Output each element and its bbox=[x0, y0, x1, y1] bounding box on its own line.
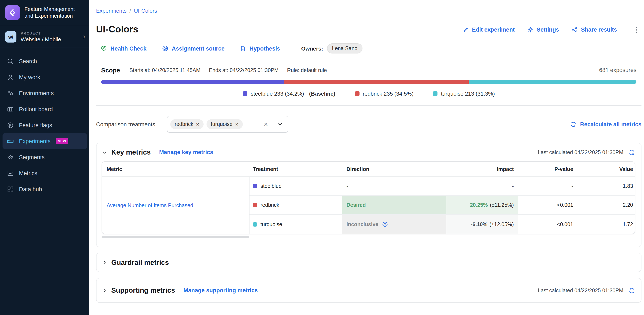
question-circle-icon[interactable] bbox=[382, 221, 388, 227]
table-header-row: Metric Treatment Direction Impact P-valu… bbox=[102, 162, 635, 177]
close-icon[interactable]: ✕ bbox=[196, 122, 200, 127]
sidebar-item-label: Rollout board bbox=[19, 106, 53, 112]
supporting-metrics-title: Supporting metrics bbox=[111, 286, 175, 294]
sidebar-item-experiments[interactable]: Experiments NEW bbox=[2, 133, 87, 149]
key-metrics-title: Key metrics bbox=[111, 148, 151, 156]
breadcrumb-ui-colors[interactable]: UI-Colors bbox=[134, 7, 157, 14]
baseline-tag: (Baseline) bbox=[309, 90, 335, 97]
collapse-chevron-down-icon[interactable] bbox=[102, 149, 108, 155]
legend-item-turquoise: turquoise 213 (31.3%) bbox=[433, 90, 495, 97]
chip-redbrick[interactable]: redbrick ✕ bbox=[170, 119, 204, 129]
distribution-segment-redbrick bbox=[284, 80, 469, 84]
direction-cell-desired: Desired bbox=[342, 196, 446, 215]
assignment-source-link[interactable]: Assignment source bbox=[162, 45, 225, 52]
sidebar-item-search[interactable]: Search bbox=[0, 53, 89, 69]
sidebar-item-label: Feature flags bbox=[19, 122, 52, 128]
share-icon bbox=[572, 26, 578, 33]
title-actions: Edit experiment Settings Share results ⋮ bbox=[463, 25, 642, 33]
key-metrics-last-calculated: Last calculated 04/22/2025 01:30PM bbox=[538, 149, 635, 156]
breadcrumb-experiments[interactable]: Experiments bbox=[96, 7, 127, 14]
new-badge: NEW bbox=[56, 138, 68, 144]
manage-supporting-metrics-link[interactable]: Manage supporting metrics bbox=[184, 287, 258, 294]
line-chart-icon bbox=[7, 170, 14, 177]
col-header-direction: Direction bbox=[342, 166, 446, 172]
metric-link[interactable]: Average Number of Items Purchased bbox=[107, 202, 193, 208]
sidebar-item-feature-flags[interactable]: Feature flags bbox=[0, 117, 89, 133]
chip-turquoise[interactable]: turquoise ✕ bbox=[206, 119, 243, 129]
p-value-cell: <0.001 bbox=[518, 196, 576, 215]
manage-key-metrics-link[interactable]: Manage key metrics bbox=[159, 149, 213, 155]
sidebar-item-segments[interactable]: Segments bbox=[0, 149, 89, 165]
more-options-button[interactable]: ⋮ bbox=[631, 25, 642, 33]
project-kicker: PROJECT bbox=[21, 31, 61, 35]
ruler-icon bbox=[7, 137, 14, 145]
close-icon[interactable]: ✕ bbox=[235, 122, 238, 127]
health-check-link[interactable]: Health Check bbox=[100, 45, 146, 52]
project-name: Website / Mobile bbox=[21, 36, 61, 42]
heart-check-icon bbox=[100, 45, 107, 52]
scope-section: Scope Starts at: 04/20/2025 11:45AM Ends… bbox=[96, 62, 642, 106]
supporting-metrics-section: Supporting metrics Manage supporting met… bbox=[96, 278, 642, 303]
project-switcher[interactable]: w/ PROJECT Website / Mobile › bbox=[0, 26, 89, 48]
direction-cell: - bbox=[342, 177, 446, 196]
table-row-treatment: steelblue bbox=[250, 177, 342, 196]
gear-icon bbox=[527, 26, 534, 33]
distribution-legend: steelblue 233 (34.2%) (Baseline) redbric… bbox=[101, 90, 636, 97]
p-value-cell: <0.001 bbox=[518, 215, 576, 234]
col-header-impact: Impact bbox=[446, 166, 518, 172]
sidebar-item-environments[interactable]: Environments bbox=[0, 85, 89, 101]
expand-chevron-right-icon[interactable] bbox=[102, 259, 108, 265]
expand-chevron-right-icon[interactable] bbox=[102, 288, 108, 293]
distribution-segment-steelblue bbox=[101, 80, 284, 84]
hypothesis-link[interactable]: Hypothesis bbox=[240, 45, 280, 52]
sidebar-item-my-work[interactable]: My work bbox=[0, 69, 89, 85]
horizontal-scrollbar-thumb[interactable] bbox=[102, 236, 249, 238]
comparison-label: Comparison treatments bbox=[96, 121, 155, 127]
sidebar-item-rollout-board[interactable]: Rollout board bbox=[0, 101, 89, 117]
sidebar-item-metrics[interactable]: Metrics bbox=[0, 165, 89, 181]
scope-title: Scope bbox=[101, 66, 120, 74]
sidebar-item-label: Segments bbox=[19, 154, 45, 160]
sidebar-item-label: Search bbox=[19, 58, 37, 64]
sidebar-item-data-hub[interactable]: Data hub bbox=[0, 181, 89, 197]
breadcrumb-separator: / bbox=[130, 7, 131, 14]
chevron-right-icon: › bbox=[83, 32, 85, 41]
value-cell: 2.20 bbox=[576, 196, 635, 215]
legend-item-redbrick: redbrick 235 (34.5%) bbox=[355, 90, 414, 97]
clear-selection-icon[interactable]: ✕ bbox=[262, 121, 270, 127]
distribution-segment-turquoise bbox=[469, 80, 636, 84]
steelblue-swatch bbox=[253, 184, 257, 188]
settings-button[interactable]: Settings bbox=[527, 26, 559, 33]
p-value-cell: - bbox=[518, 177, 576, 196]
search-icon bbox=[7, 57, 14, 65]
redbrick-swatch bbox=[355, 91, 359, 96]
share-results-button[interactable]: Share results bbox=[572, 26, 617, 33]
scope-starts-at: Starts at: 04/20/2025 11:45AM bbox=[130, 67, 200, 73]
split-logo-icon bbox=[5, 5, 20, 20]
grid-icon bbox=[7, 186, 14, 193]
comparison-row: Comparison treatments redbrick ✕ turquoi… bbox=[96, 116, 642, 133]
col-header-value: Value bbox=[576, 166, 635, 172]
scope-ends-at: Ends at: 04/22/2025 01:30PM bbox=[209, 67, 278, 73]
recalculate-all-metrics-button[interactable]: Recalculate all metrics bbox=[570, 121, 642, 127]
hexagons-icon bbox=[7, 89, 14, 97]
refresh-icon[interactable] bbox=[628, 149, 635, 156]
sidebar-item-label: Data hub bbox=[19, 186, 42, 192]
metric-name-cell: Average Number of Items Purchased bbox=[102, 177, 250, 234]
app-logo-row[interactable]: Feature Management and Experimentation bbox=[0, 0, 89, 26]
value-cell: 1.72 bbox=[576, 215, 635, 234]
refresh-icon[interactable] bbox=[628, 287, 635, 294]
chevron-down-icon[interactable] bbox=[276, 121, 285, 127]
legend-item-steelblue: steelblue 233 (34.2%) (Baseline) bbox=[243, 90, 335, 97]
user-icon bbox=[7, 73, 14, 81]
owner-pill[interactable]: Lena Sano bbox=[327, 43, 362, 53]
comparison-treatments-select[interactable]: redbrick ✕ turquoise ✕ ✕ bbox=[167, 116, 288, 133]
direction-cell-inconclusive: Inconclusive bbox=[342, 215, 446, 234]
scope-rule: Rule: default rule bbox=[287, 67, 327, 73]
edit-experiment-button[interactable]: Edit experiment bbox=[463, 26, 515, 33]
value-cell: 1.83 bbox=[576, 177, 635, 196]
sidebar-item-label: My work bbox=[19, 74, 40, 80]
key-metrics-section: Key metrics Manage key metrics Last calc… bbox=[96, 143, 642, 247]
main-content: Experiments / UI-Colors UI-Colors Edit e… bbox=[89, 0, 644, 315]
treatment-distribution-bar bbox=[101, 80, 636, 84]
